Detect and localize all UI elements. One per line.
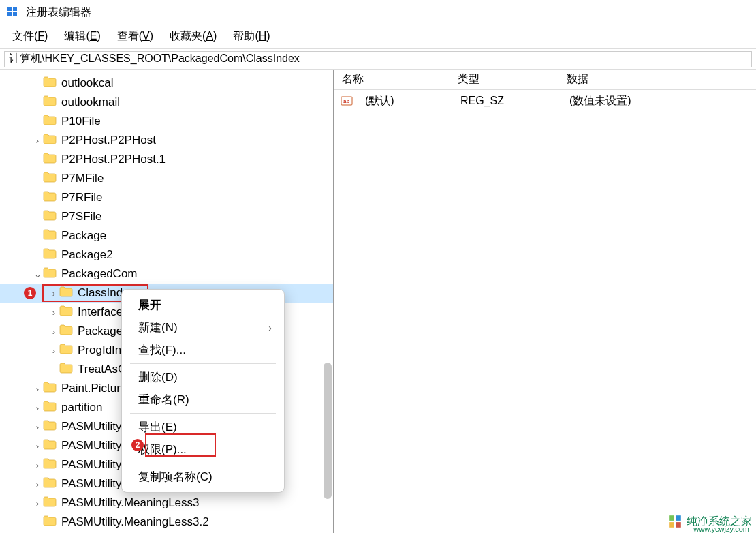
window-title: 注册表编辑器 bbox=[26, 5, 91, 20]
folder-icon bbox=[43, 267, 61, 281]
column-data[interactable]: 数据 bbox=[558, 70, 756, 89]
tree-item-label: PackagedCom bbox=[61, 267, 138, 281]
chevron-right-icon[interactable]: › bbox=[33, 460, 42, 470]
folder-icon bbox=[43, 496, 61, 510]
tree-item-label: PASMUtility.MeaningLess3.2 bbox=[61, 515, 209, 529]
tree-item-label: ClassInd bbox=[78, 286, 123, 300]
tree-item-label: PASMUtility bbox=[61, 477, 121, 491]
scrollbar-thumb[interactable] bbox=[324, 363, 332, 499]
chevron-right-icon[interactable]: › bbox=[49, 288, 59, 298]
tree-item-label: Paint.Pictur bbox=[61, 382, 121, 395]
titlebar: 注册表编辑器 bbox=[0, 0, 756, 25]
tree-item-label: TreatAsC bbox=[78, 363, 126, 376]
folder-icon bbox=[43, 134, 61, 147]
tree-item-label: Package bbox=[78, 324, 123, 338]
folder-icon bbox=[43, 382, 61, 395]
watermark-icon bbox=[667, 514, 682, 529]
folder-icon bbox=[59, 363, 78, 376]
folder-icon bbox=[43, 153, 61, 166]
chevron-right-icon: › bbox=[268, 322, 272, 333]
folder-icon bbox=[43, 420, 61, 433]
tree-item-label: P10File bbox=[61, 115, 101, 128]
tree-item-label: P7RFile bbox=[61, 191, 102, 204]
tree-item-label: Package bbox=[61, 229, 106, 243]
svg-rect-8 bbox=[669, 522, 674, 528]
menu-view[interactable]: 查看(V) bbox=[109, 27, 161, 46]
tree-item[interactable]: ›PASMUtility.MeaningLess3 bbox=[0, 493, 333, 513]
folder-icon bbox=[59, 324, 78, 338]
ctx-separator bbox=[130, 363, 276, 364]
menu-file[interactable]: 文件(F) bbox=[4, 27, 56, 46]
tree-item-label: PASMUtility bbox=[61, 420, 121, 433]
svg-rect-2 bbox=[7, 12, 12, 16]
folder-icon bbox=[43, 439, 61, 453]
details-panel: 名称 类型 数据 ab (默认) REG_SZ (数值未设置) bbox=[334, 70, 756, 533]
tree-item-label: outlookcal bbox=[61, 76, 114, 90]
tree-item-label: Interface bbox=[78, 305, 123, 319]
svg-text:ab: ab bbox=[343, 98, 349, 104]
ctx-find[interactable]: 查找(F)... bbox=[125, 339, 281, 361]
tree-item[interactable]: ⌄PackagedCom bbox=[0, 264, 333, 284]
tree-item-label: partition bbox=[61, 401, 102, 414]
column-name[interactable]: 名称 bbox=[334, 70, 450, 89]
menu-help[interactable]: 帮助(H) bbox=[225, 27, 278, 46]
value-data: (数值未设置) bbox=[561, 91, 756, 111]
folder-icon bbox=[59, 344, 78, 357]
folder-icon bbox=[43, 172, 61, 185]
tree-item-label: PASMUtility bbox=[61, 439, 121, 453]
tree-item[interactable]: ›Package2 bbox=[0, 245, 333, 264]
tree-item[interactable]: ›Package bbox=[0, 226, 333, 245]
tree-item-label: P7MFile bbox=[61, 172, 104, 185]
chevron-down-icon[interactable]: ⌄ bbox=[33, 269, 42, 279]
tree-item[interactable]: ›P2PHost.P2PHost.1 bbox=[0, 150, 333, 169]
chevron-right-icon[interactable]: › bbox=[49, 326, 59, 336]
tree-item[interactable]: ›outlookcal bbox=[0, 74, 333, 93]
main-area: ›outlookcal›outlookmail›P10File›P2PHost.… bbox=[0, 70, 756, 533]
chevron-right-icon[interactable]: › bbox=[49, 307, 59, 317]
tree-item[interactable]: ›P7SFile bbox=[0, 207, 333, 226]
chevron-right-icon[interactable]: › bbox=[33, 136, 42, 145]
folder-icon bbox=[43, 248, 61, 262]
chevron-right-icon[interactable]: › bbox=[33, 403, 42, 412]
ctx-export[interactable]: 导出(E) bbox=[125, 416, 281, 438]
folder-icon bbox=[43, 76, 61, 90]
chevron-right-icon[interactable]: › bbox=[33, 422, 42, 431]
ctx-delete[interactable]: 删除(D) bbox=[125, 366, 281, 389]
chevron-right-icon[interactable]: › bbox=[33, 384, 42, 393]
tree-item-label: Package2 bbox=[61, 248, 113, 262]
value-type: REG_SZ bbox=[452, 92, 561, 110]
tree-item[interactable]: ›P7RFile bbox=[0, 188, 333, 207]
menu-favorites[interactable]: 收藏夹(A) bbox=[161, 27, 225, 46]
tree-item[interactable]: ›P10File bbox=[0, 112, 333, 131]
svg-rect-0 bbox=[7, 7, 12, 11]
chevron-right-icon[interactable]: › bbox=[33, 441, 42, 451]
tree-item[interactable]: ›P7MFile bbox=[0, 169, 333, 188]
ctx-new[interactable]: 新建(N) › bbox=[125, 316, 281, 339]
folder-icon bbox=[43, 95, 61, 109]
ctx-rename[interactable]: 重命名(R) bbox=[125, 389, 281, 411]
tree-item[interactable]: ›outlookmail bbox=[0, 93, 333, 112]
folder-icon bbox=[59, 305, 78, 319]
chevron-right-icon[interactable]: › bbox=[49, 346, 59, 355]
tree-item-label: ProgIdIn bbox=[78, 344, 121, 357]
ctx-permissions[interactable]: 权限(P)... bbox=[125, 438, 281, 461]
context-menu: 展开 新建(N) › 查找(F)... 删除(D) 重命名(R) 导出(E) 权… bbox=[121, 289, 285, 493]
ctx-expand[interactable]: 展开 bbox=[125, 294, 281, 316]
column-type[interactable]: 类型 bbox=[450, 70, 558, 89]
tree-item-label: outlookmail bbox=[61, 95, 120, 109]
watermark-url: www.ycwjzy.com bbox=[693, 525, 749, 533]
chevron-right-icon[interactable]: › bbox=[33, 498, 42, 508]
svg-rect-1 bbox=[13, 7, 17, 11]
tree-item[interactable]: ›PASMUtility.MeaningLess3.2 bbox=[0, 513, 333, 532]
folder-icon bbox=[43, 115, 61, 128]
value-row[interactable]: ab (默认) REG_SZ (数值未设置) bbox=[334, 90, 756, 112]
folder-icon bbox=[43, 515, 61, 529]
value-name: (默认) bbox=[357, 91, 452, 111]
tree-item[interactable]: ›P2PHost.P2PHost bbox=[0, 131, 333, 150]
ctx-copy-key-name[interactable]: 复制项名称(C) bbox=[125, 466, 281, 488]
folder-icon bbox=[43, 477, 61, 491]
address-input[interactable] bbox=[4, 51, 752, 67]
menu-edit[interactable]: 编辑(E) bbox=[56, 27, 108, 46]
ctx-separator bbox=[130, 463, 276, 463]
chevron-right-icon[interactable]: › bbox=[33, 479, 42, 489]
